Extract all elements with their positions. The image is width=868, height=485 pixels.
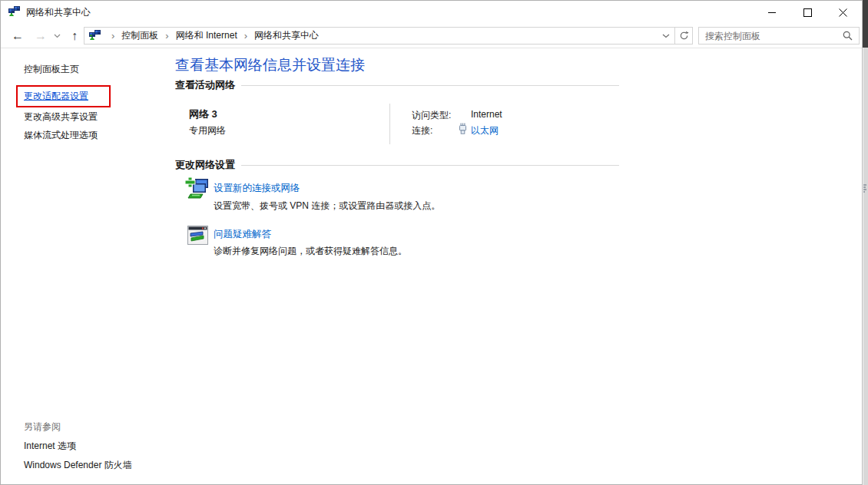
network-app-icon xyxy=(8,6,21,18)
troubleshoot-problems-description: 诊断并修复网络问题，或者获得疑难解答信息。 xyxy=(214,245,407,258)
setup-new-connection-link[interactable]: 设置新的连接或网络 xyxy=(214,183,300,193)
network-breadcrumb-icon xyxy=(89,30,101,42)
back-icon[interactable]: ← xyxy=(8,24,27,48)
network-profile: 专用网络 xyxy=(189,124,226,137)
sidebar-item-internet-options[interactable]: Internet 选项 xyxy=(24,440,76,453)
section-divider xyxy=(241,85,619,86)
edge-artifact xyxy=(863,183,868,196)
title-bar: 网络和共享中心 xyxy=(1,1,862,24)
maximize-button[interactable] xyxy=(790,1,825,24)
connection-label: 连接: xyxy=(412,124,432,137)
troubleshoot-problems-link[interactable]: 问题疑难解答 xyxy=(214,229,271,239)
active-networks-section-header: 查看活动网络 xyxy=(175,78,619,92)
address-bar[interactable]: › 控制面板 › 网络和 Internet › 网络和共享中心 xyxy=(84,27,675,45)
network-info-divider xyxy=(389,104,390,144)
ethernet-plug-icon xyxy=(459,123,467,134)
background-window-edge-light xyxy=(863,48,868,485)
breadcrumb-separator-icon: › xyxy=(244,30,247,41)
section-divider xyxy=(241,165,619,166)
up-icon[interactable]: ↑ xyxy=(65,24,84,48)
ethernet-link[interactable]: 以太网 xyxy=(471,125,499,136)
see-also-header: 另请参阅 xyxy=(24,421,61,434)
forward-icon[interactable]: → xyxy=(31,24,50,48)
access-type-label: 访问类型: xyxy=(412,109,451,122)
minimize-button[interactable] xyxy=(754,1,790,24)
breadcrumb-network-sharing-center[interactable]: 网络和共享中心 xyxy=(253,29,320,42)
recent-pages-chevron-icon[interactable] xyxy=(51,24,62,48)
network-sharing-center-window: 网络和共享中心 ← → ↑ xyxy=(0,0,863,485)
search-icon[interactable] xyxy=(843,31,853,41)
sidebar-item-advanced-sharing[interactable]: 更改高级共享设置 xyxy=(24,111,98,124)
refresh-icon[interactable] xyxy=(675,27,693,45)
navigation-toolbar: ← → ↑ › 控制面板 xyxy=(1,24,862,48)
breadcrumb-control-panel[interactable]: 控制面板 xyxy=(120,29,160,42)
breadcrumb-separator-icon: › xyxy=(165,30,168,41)
active-networks-title: 查看活动网络 xyxy=(175,78,235,92)
breadcrumb-network-internet[interactable]: 网络和 Internet xyxy=(174,29,239,42)
sidebar-item-windows-defender-firewall[interactable]: Windows Defender 防火墙 xyxy=(24,459,132,472)
change-settings-title: 更改网络设置 xyxy=(175,158,235,172)
troubleshoot-icon xyxy=(187,226,208,245)
sidebar-item-media-streaming[interactable]: 媒体流式处理选项 xyxy=(24,129,98,142)
sidebar-item-change-adapter-settings[interactable]: 更改适配器设置 xyxy=(24,90,88,103)
new-connection-icon xyxy=(184,177,210,200)
breadcrumb-separator-icon: › xyxy=(111,30,114,41)
sidebar-item-control-panel-home[interactable]: 控制面板主页 xyxy=(24,63,79,76)
setup-new-connection-description: 设置宽带、拨号或 VPN 连接；或设置路由器或接入点。 xyxy=(214,200,440,213)
close-button[interactable] xyxy=(825,1,860,24)
window-title: 网络和共享中心 xyxy=(26,1,91,24)
highlight-box: 更改适配器设置 xyxy=(16,85,111,107)
access-type-value: Internet xyxy=(471,109,502,120)
change-settings-section-header: 更改网络设置 xyxy=(175,158,619,172)
page-title: 查看基本网络信息并设置连接 xyxy=(175,55,365,75)
network-name: 网络 3 xyxy=(189,107,217,121)
search-box xyxy=(698,27,860,45)
background-window-edge-dark xyxy=(863,0,868,48)
search-input[interactable] xyxy=(699,28,843,44)
address-dropdown-chevron-icon[interactable] xyxy=(658,34,674,38)
